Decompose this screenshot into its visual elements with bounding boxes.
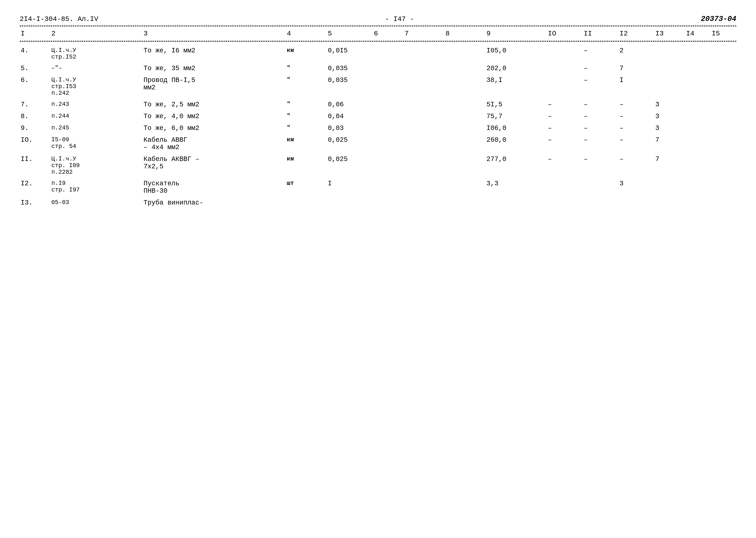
row-8-col-15 — [711, 152, 736, 177]
row-9-col-4: шт — [286, 177, 327, 196]
row-6-col-7 — [404, 121, 445, 133]
row-8-col-14 — [685, 152, 711, 177]
row-9-col-15 — [711, 177, 736, 196]
row-7-col-5: 0,025 — [327, 133, 373, 152]
row-2-col-5: 0,035 — [327, 61, 373, 73]
row-5-col-15 — [711, 109, 736, 121]
row-6-col-8 — [445, 121, 485, 133]
row-2-col-12: 7 — [619, 61, 655, 73]
row-8-col-4: км — [286, 152, 327, 177]
table-row: II.Ц.I.ч.У стр. I09 п.2282Кабель АКВВГ –… — [20, 152, 736, 177]
row-9-col-9: 3,3 — [486, 177, 547, 196]
row-5-col-7 — [404, 109, 445, 121]
row-3-col-9: 38,I — [486, 73, 547, 97]
row-3-col-5: 0,035 — [327, 73, 373, 97]
row-9-col-8 — [445, 177, 485, 196]
row-9-col-3: Пускатель ПНВ-30 — [142, 177, 286, 196]
col-header-2: 2 — [50, 28, 142, 39]
row-1-col-14 — [685, 43, 711, 61]
row-2-col-3: То же, 35 мм2 — [142, 61, 286, 73]
row-6-col-4: " — [286, 121, 327, 133]
row-9-col-11 — [583, 177, 619, 196]
row-1-col-2: Ц.I.ч.У стр.I52 — [50, 43, 142, 61]
col-header-12: I2 — [619, 28, 655, 39]
col-header-15: I5 — [711, 28, 736, 39]
row-7-col-8 — [445, 133, 485, 152]
table-row: 6.Ц.I.ч.У стр.I53 п.242Провод ПВ-I,5 мм2… — [20, 73, 736, 97]
col-header-9: 9 — [486, 28, 547, 39]
col-header-8: 8 — [445, 28, 485, 39]
page-info: - I47 - — [385, 15, 414, 23]
row-2-col-10 — [547, 61, 583, 73]
row-5-col-11: – — [583, 109, 619, 121]
row-1-col-1: 4. — [20, 43, 50, 61]
top-dashed-line — [20, 26, 736, 26]
table-row: I2.п.I9 стр. I97Пускатель ПНВ-30штI3,33 — [20, 177, 736, 196]
row-7-col-7 — [404, 133, 445, 152]
row-5-col-8 — [445, 109, 485, 121]
row-9-col-14 — [685, 177, 711, 196]
col-header-10: IO — [547, 28, 583, 39]
col-header-14: I4 — [685, 28, 711, 39]
row-10-col-4 — [286, 196, 327, 207]
row-6-col-12: – — [619, 121, 655, 133]
row-7-col-4: км — [286, 133, 327, 152]
row-4-col-12: – — [619, 97, 655, 109]
row-4-col-15 — [711, 97, 736, 109]
row-4-col-11: – — [583, 97, 619, 109]
col-header-3: 3 — [142, 28, 286, 39]
main-table: I 2 3 4 5 6 7 8 9 IO II I2 I3 I4 I5 4.Ц.… — [20, 28, 736, 207]
row-4-col-14 — [685, 97, 711, 109]
row-10-col-2: 05-03 — [50, 196, 142, 207]
row-3-col-11: – — [583, 73, 619, 97]
row-3-col-10 — [547, 73, 583, 97]
row-9-col-6 — [373, 177, 404, 196]
row-1-col-12: 2 — [619, 43, 655, 61]
row-5-col-3: То же, 4,0 мм2 — [142, 109, 286, 121]
table-row: 5.–"–То же, 35 мм2"0,035202,0–7 — [20, 61, 736, 73]
row-7-col-3: Кабель АВВГ – 4х4 мм2 — [142, 133, 286, 152]
table-row: 8.п.244То же, 4,0 мм2"0,0475,7–––3 — [20, 109, 736, 121]
row-9-col-5: I — [327, 177, 373, 196]
row-2-col-11: – — [583, 61, 619, 73]
row-6-col-10: – — [547, 121, 583, 133]
row-10-col-1: I3. — [20, 196, 50, 207]
row-9-col-1: I2. — [20, 177, 50, 196]
row-6-col-9: I06,0 — [486, 121, 547, 133]
row-8-col-13: 7 — [654, 152, 685, 177]
row-3-col-14 — [685, 73, 711, 97]
row-1-col-8 — [445, 43, 485, 61]
row-3-col-12: I — [619, 73, 655, 97]
row-2-col-7 — [404, 61, 445, 73]
row-3-col-8 — [445, 73, 485, 97]
row-10-col-15 — [711, 196, 736, 207]
table-row: I3.05-03Труба виниплас- — [20, 196, 736, 207]
row-5-col-6 — [373, 109, 404, 121]
row-1-col-15 — [711, 43, 736, 61]
row-4-col-10: – — [547, 97, 583, 109]
table-row: IO.I5-09 стр. 54Кабель АВВГ – 4х4 мм2км0… — [20, 133, 736, 152]
row-7-col-12: – — [619, 133, 655, 152]
row-8-col-5: 0,025 — [327, 152, 373, 177]
row-10-col-13 — [654, 196, 685, 207]
row-7-col-2: I5-09 стр. 54 — [50, 133, 142, 152]
row-10-col-10 — [547, 196, 583, 207]
row-2-col-15 — [711, 61, 736, 73]
row-5-col-10: – — [547, 109, 583, 121]
row-10-col-9 — [486, 196, 547, 207]
row-5-col-12: – — [619, 109, 655, 121]
col-header-13: I3 — [654, 28, 685, 39]
row-10-col-11 — [583, 196, 619, 207]
header-dashed-line — [20, 41, 736, 42]
header-row: 2I4-I-304-85. Ал.IV - I47 - 20373-04 — [20, 15, 736, 23]
table-row: 7.п.243То же, 2,5 мм2"0,065I,5–––3 — [20, 97, 736, 109]
row-5-col-2: п.244 — [50, 109, 142, 121]
row-10-col-7 — [404, 196, 445, 207]
row-8-col-10: – — [547, 152, 583, 177]
row-3-col-1: 6. — [20, 73, 50, 97]
row-3-col-6 — [373, 73, 404, 97]
row-4-col-6 — [373, 97, 404, 109]
row-6-col-6 — [373, 121, 404, 133]
row-2-col-2: –"– — [50, 61, 142, 73]
row-9-col-7 — [404, 177, 445, 196]
